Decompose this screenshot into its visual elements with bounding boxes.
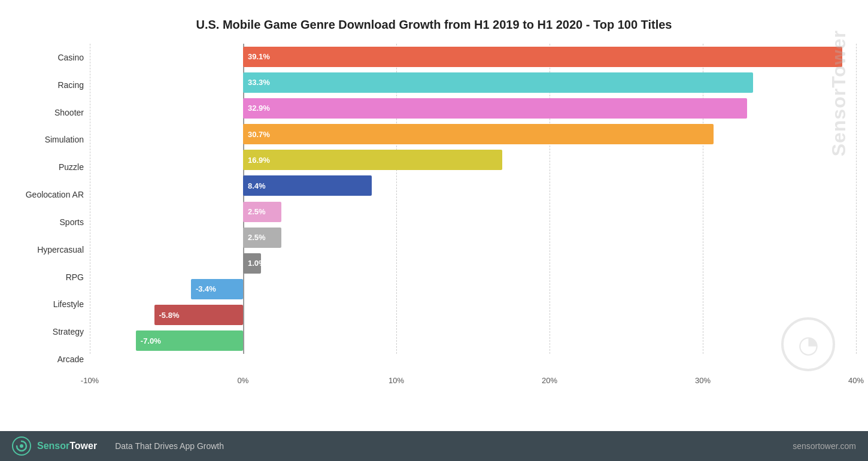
bar-geolocation-ar: 8.4% bbox=[243, 175, 372, 196]
y-label-hypercasual: Hypercasual bbox=[12, 236, 84, 263]
y-label-rpg: RPG bbox=[12, 264, 84, 290]
svg-point-1 bbox=[20, 444, 23, 448]
footer-tagline: Data That Drives App Growth bbox=[115, 441, 224, 451]
y-label-casino: Casino bbox=[12, 44, 84, 71]
watermark-icon: ◔ bbox=[798, 330, 819, 358]
footer-brand-tower: Tower bbox=[69, 441, 97, 451]
bar-arcade: -7.0% bbox=[136, 330, 243, 351]
footer-brand-sensor: Sensor bbox=[37, 441, 69, 451]
footer-url: sensortower.com bbox=[793, 441, 856, 451]
bar-row-rpg: 1.0% bbox=[90, 251, 856, 275]
bar-rpg: 1.0% bbox=[243, 253, 261, 274]
x-tick-20: 20% bbox=[542, 376, 557, 385]
bar-row-shooter: 32.9% bbox=[90, 96, 856, 120]
chart-area: CasinoRacingShooterSimulationPuzzleGeolo… bbox=[12, 44, 856, 391]
footer-brand: SensorTower bbox=[37, 441, 97, 451]
bar-row-simulation: 30.7% bbox=[90, 122, 856, 146]
chart-container: U.S. Mobile Game Genre Download Growth f… bbox=[0, 0, 868, 431]
y-label-lifestyle: Lifestyle bbox=[12, 291, 84, 317]
x-tick-30: 30% bbox=[695, 376, 711, 385]
x-tick--10: -10% bbox=[81, 376, 99, 385]
y-label-racing: Racing bbox=[12, 72, 84, 98]
bar-row-casino: 39.1% bbox=[90, 45, 856, 69]
bar-value-racing: 33.3% bbox=[243, 78, 275, 87]
bar-value-lifestyle: -3.4% bbox=[191, 284, 221, 293]
grid-line-40 bbox=[856, 44, 857, 354]
bar-value-casino: 39.1% bbox=[243, 52, 275, 61]
bar-sports: 2.5% bbox=[243, 202, 281, 222]
bar-casino: 39.1% bbox=[243, 47, 842, 67]
bar-value-rpg: 1.0% bbox=[243, 259, 271, 268]
watermark-circle: ◔ bbox=[781, 317, 835, 371]
y-label-sports: Sports bbox=[12, 209, 84, 235]
x-tick-40: 40% bbox=[848, 376, 864, 385]
y-label-simulation: Simulation bbox=[12, 126, 84, 153]
bar-simulation: 30.7% bbox=[243, 124, 714, 144]
x-tick-0: 0% bbox=[238, 376, 249, 385]
footer-left: SensorTower Data That Drives App Growth bbox=[12, 436, 224, 456]
plot-area: 39.1%33.3%32.9%30.7%16.9%8.4%2.5%2.5%1.0… bbox=[90, 44, 856, 391]
bar-hypercasual: 2.5% bbox=[243, 228, 281, 248]
x-axis: -10%0%10%20%30%40% bbox=[90, 373, 856, 391]
bar-row-racing: 33.3% bbox=[90, 71, 856, 95]
bar-strategy: -5.8% bbox=[154, 305, 243, 325]
bar-row-puzzle: 16.9% bbox=[90, 148, 856, 172]
y-label-geolocation-ar: Geolocation AR bbox=[12, 181, 84, 208]
y-labels: CasinoRacingShooterSimulationPuzzleGeolo… bbox=[12, 44, 90, 391]
bar-row-sports: 2.5% bbox=[90, 200, 856, 224]
y-label-arcade: Arcade bbox=[12, 346, 84, 372]
chart-title: U.S. Mobile Game Genre Download Growth f… bbox=[12, 12, 856, 32]
bar-value-arcade: -7.0% bbox=[136, 336, 166, 345]
bar-row-lifestyle: -3.4% bbox=[90, 277, 856, 301]
bar-value-simulation: 30.7% bbox=[243, 130, 275, 139]
bars-container: 39.1%33.3%32.9%30.7%16.9%8.4%2.5%2.5%1.0… bbox=[90, 44, 856, 354]
bar-puzzle: 16.9% bbox=[243, 150, 502, 170]
footer: SensorTower Data That Drives App Growth … bbox=[0, 431, 868, 461]
bar-value-puzzle: 16.9% bbox=[243, 156, 275, 165]
bar-racing: 33.3% bbox=[243, 72, 753, 93]
bar-row-strategy: -5.8% bbox=[90, 303, 856, 327]
bar-lifestyle: -3.4% bbox=[191, 279, 243, 299]
bar-value-sports: 2.5% bbox=[243, 207, 271, 216]
bar-value-geolocation-ar: 8.4% bbox=[243, 181, 271, 190]
bar-row-hypercasual: 2.5% bbox=[90, 226, 856, 250]
y-label-strategy: Strategy bbox=[12, 319, 84, 345]
y-label-puzzle: Puzzle bbox=[12, 154, 84, 180]
x-tick-10: 10% bbox=[389, 376, 404, 385]
y-label-shooter: Shooter bbox=[12, 99, 84, 126]
bar-value-strategy: -5.8% bbox=[154, 311, 184, 320]
bar-row-geolocation-ar: 8.4% bbox=[90, 174, 856, 198]
bar-row-arcade: -7.0% bbox=[90, 329, 856, 353]
bar-value-hypercasual: 2.5% bbox=[243, 233, 271, 242]
footer-logo-icon bbox=[12, 436, 31, 456]
bars-wrapper: 39.1%33.3%32.9%30.7%16.9%8.4%2.5%2.5%1.0… bbox=[90, 44, 856, 372]
bar-shooter: 32.9% bbox=[243, 98, 747, 119]
bar-value-shooter: 32.9% bbox=[243, 104, 275, 113]
